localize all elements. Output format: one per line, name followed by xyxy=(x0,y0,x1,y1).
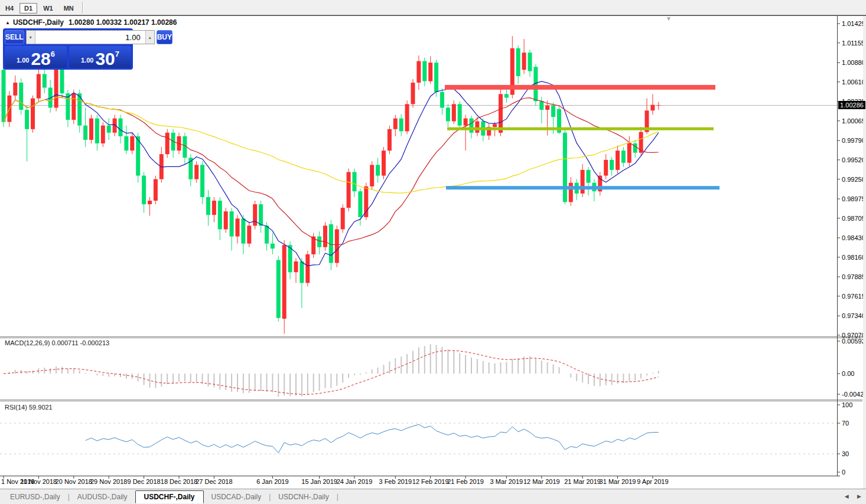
one-click-trade-panel: SELL ▼ ▲ BUY 1.00 28 6 1.00 30 7 xyxy=(3,28,133,70)
candle xyxy=(305,254,310,283)
date-axis-label: 3 Mar 2019 xyxy=(490,478,523,485)
volume-input[interactable] xyxy=(35,31,145,44)
candle xyxy=(19,83,23,110)
rsi-line xyxy=(86,424,659,453)
candle xyxy=(124,136,128,150)
tab-usdcnh[interactable]: USDCNH-,Daily xyxy=(271,491,336,503)
rsi-axis-label: 100 xyxy=(842,401,852,408)
price-axis-label: 1.01155 xyxy=(842,40,865,47)
hline-support xyxy=(446,186,720,189)
tab-audusd[interactable]: AUDUSD-,Daily xyxy=(70,491,135,503)
buy-price-prefix: 1.00 xyxy=(81,57,93,64)
candle xyxy=(276,260,281,318)
sell-button[interactable]: SELL xyxy=(5,30,24,44)
symbol-tabbar: EURUSD-,Daily|AUDUSD-,DailyUSDCHF-,Daily… xyxy=(0,489,866,504)
candle xyxy=(440,92,444,108)
price-axis-label: 0.97885 xyxy=(842,273,865,280)
candle xyxy=(323,225,327,247)
date-axis-label: 11 Nov 2018 xyxy=(21,478,57,485)
rsi-indicator-label: RSI(14) 59.9021 xyxy=(5,404,53,411)
macd-axis-label: 0.005926 xyxy=(842,338,866,345)
candle xyxy=(335,230,339,263)
candle xyxy=(399,119,403,132)
date-axis-label: 31 Mar 2019 xyxy=(600,478,636,485)
price-axis-label: 0.98430 xyxy=(842,234,865,241)
buy-button[interactable]: BUY xyxy=(157,30,172,44)
candle xyxy=(247,225,251,243)
candle xyxy=(411,83,415,104)
date-axis-label: 29 Nov 2018 xyxy=(90,478,127,485)
candle xyxy=(633,143,637,153)
buy-price-big: 30 xyxy=(95,51,115,67)
date-axis-label: 12 Feb 2019 xyxy=(412,478,449,485)
candle xyxy=(376,165,380,175)
scroll-to-end-icon[interactable]: ▼ xyxy=(666,15,672,22)
tab-usdchf[interactable]: USDCHF-,Daily xyxy=(135,490,204,503)
tab-scroll-left-icon[interactable]: ◀ xyxy=(845,493,849,499)
tab-scroll-right-icon[interactable]: ▶ xyxy=(857,493,861,499)
collapse-arrow-icon[interactable]: ▲ xyxy=(5,20,10,25)
sell-price-prefix: 1.00 xyxy=(17,57,29,64)
tab-eurusd[interactable]: EURUSD-,Daily xyxy=(2,491,68,503)
chart-canvas[interactable]: 1.014251.011551.008801.006101.003351.000… xyxy=(0,0,866,504)
candle xyxy=(656,105,660,106)
candle xyxy=(416,61,421,83)
candle xyxy=(107,126,111,133)
rsi-axis-label: 30 xyxy=(842,450,849,457)
price-axis-label: 0.98705 xyxy=(842,215,865,222)
buy-quote[interactable]: 1.00 30 7 xyxy=(69,46,131,68)
price-axis-label: 0.99250 xyxy=(842,176,865,183)
symbol-tabs: EURUSD-,Daily|AUDUSD-,DailyUSDCHF-,Daily… xyxy=(2,489,338,504)
candle xyxy=(148,201,152,204)
date-axis-label: 24 Jan 2019 xyxy=(337,478,373,485)
candle xyxy=(393,119,398,129)
candle xyxy=(253,204,257,225)
date-axis-label: 3 Feb 2019 xyxy=(379,478,412,485)
candle xyxy=(475,122,479,133)
price-axis-label: 1.01425 xyxy=(842,20,865,27)
volume-increase-icon[interactable]: ▲ xyxy=(145,31,154,44)
candle xyxy=(165,133,170,154)
date-axis-label: 9 Apr 2019 xyxy=(637,478,668,485)
candle xyxy=(569,183,573,202)
candle xyxy=(159,154,164,179)
price-axis-label: 0.98160 xyxy=(842,254,865,261)
candle xyxy=(259,204,263,225)
candle xyxy=(539,102,543,110)
right-margin-strip xyxy=(863,16,866,489)
price-axis-label: 0.99520 xyxy=(842,156,865,163)
candle xyxy=(95,119,99,143)
candle xyxy=(504,94,509,97)
candle xyxy=(551,106,555,117)
candle xyxy=(194,165,198,179)
candle xyxy=(627,143,631,163)
candle xyxy=(60,68,64,93)
macd-indicator-label: MACD(12,26,9) 0.000711 -0.000213 xyxy=(5,339,109,346)
macd-axis-label: -0.004241 xyxy=(842,391,866,398)
volume-decrease-icon[interactable]: ▼ xyxy=(27,31,35,44)
candle xyxy=(422,61,427,81)
tab-usdcad[interactable]: USDCAD-,Daily xyxy=(204,491,269,503)
date-axis-label: 20 Nov 2018 xyxy=(56,478,92,485)
candle xyxy=(294,261,298,272)
candle xyxy=(388,129,392,150)
candle xyxy=(382,150,386,175)
candle xyxy=(621,150,626,163)
candle xyxy=(616,150,620,170)
date-axis-label: 18 Dec 2018 xyxy=(161,478,197,485)
candle xyxy=(545,106,549,110)
date-axis-label: 21 Mar 2019 xyxy=(564,478,601,485)
candle xyxy=(353,172,357,192)
candle xyxy=(581,170,585,194)
rsi-axis-label: 0 xyxy=(842,469,845,476)
price-axis-label: 0.98975 xyxy=(842,195,865,202)
candle xyxy=(341,208,345,229)
candle xyxy=(43,74,47,88)
candle xyxy=(230,211,234,236)
candle xyxy=(317,237,321,247)
candle xyxy=(224,211,228,229)
candle xyxy=(587,170,591,183)
sell-quote[interactable]: 1.00 28 6 xyxy=(5,46,67,68)
candle xyxy=(434,63,438,92)
hline-pivot xyxy=(447,127,714,130)
